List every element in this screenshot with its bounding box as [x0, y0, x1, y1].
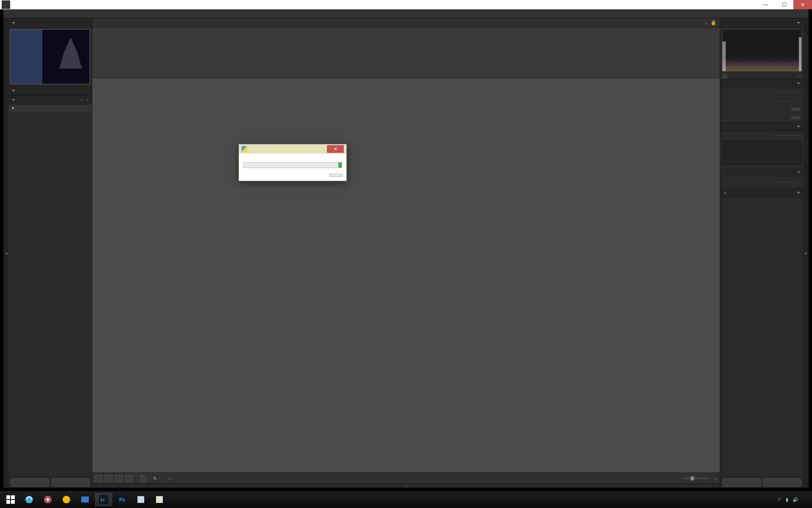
start-button[interactable] — [2, 493, 19, 506]
right-panel: ▢ — ▾ + — [720, 18, 804, 488]
compare-view-button[interactable] — [115, 475, 123, 482]
svg-text:Lr: Lr — [101, 497, 105, 502]
app-taskbar-icon-1[interactable] — [58, 493, 75, 506]
app-icon — [2, 0, 10, 9]
sort-controls[interactable]: ⇅ — [153, 476, 158, 480]
keyword-entry-area[interactable] — [723, 141, 801, 165]
catalog-header[interactable] — [8, 86, 92, 95]
menubar — [3, 9, 809, 18]
app-taskbar-icon-3[interactable] — [132, 493, 150, 506]
svg-point-8 — [63, 496, 70, 503]
keyword-tags-dropdown[interactable] — [771, 135, 800, 136]
volume-row[interactable]: ▾ — [8, 105, 92, 112]
windows-taskbar: Lr Ps ⚐ ▮ 🔊 — [0, 491, 812, 508]
metadata-preset-dropdown[interactable] — [724, 201, 745, 202]
keywording-header[interactable] — [720, 122, 804, 131]
saved-preset-dropdown[interactable] — [771, 91, 800, 93]
painter-tool-button[interactable] — [140, 475, 146, 482]
window-close-button[interactable]: ✕ — [793, 0, 812, 9]
window-titlebar: — ☐ ✕ — [0, 0, 812, 9]
svg-rect-2 — [6, 500, 10, 504]
toolbar-chevron[interactable]: ⌄ — [713, 475, 717, 481]
grid-toolbar: ⇅ ⌄ ⌄ — [92, 472, 720, 483]
filmstrip-handle[interactable]: ▲ — [92, 483, 720, 488]
dialog-progressbar — [243, 162, 342, 168]
left-scroll-dots: · · · · · · · — [8, 471, 92, 477]
svg-rect-9 — [81, 497, 89, 502]
survey-view-button[interactable] — [125, 475, 133, 482]
left-rail-handle[interactable]: ◀ — [3, 18, 8, 488]
lock-icon[interactable]: 🔒 — [710, 20, 716, 25]
svg-rect-1 — [11, 495, 15, 499]
thumbnail-size-slider[interactable] — [683, 478, 708, 479]
keyword-set-dropdown[interactable] — [771, 181, 800, 183]
sync-settings-button[interactable] — [763, 478, 801, 486]
svg-rect-0 — [6, 495, 10, 499]
lightroom-taskbar-icon[interactable]: Lr — [95, 493, 112, 506]
center-panel: ⌄ 🔒 ⇅ ⌄ — [92, 18, 720, 488]
sync-metadata-button[interactable] — [723, 478, 761, 486]
loupe-view-button[interactable] — [105, 475, 112, 482]
folders-header[interactable]: — + — [8, 95, 92, 105]
navigator-preview[interactable] — [10, 29, 90, 84]
svg-rect-14 — [137, 496, 144, 503]
ie-taskbar-icon[interactable] — [20, 493, 38, 506]
dialog-close-button[interactable]: ✕ — [327, 145, 344, 153]
thumbnail-grid[interactable] — [92, 78, 720, 472]
window-maximize-button[interactable]: ☐ — [775, 0, 793, 9]
tray-network-icon[interactable]: ▮ — [786, 497, 788, 502]
app-taskbar-icon-2[interactable] — [76, 493, 94, 506]
photoshop-taskbar-icon[interactable]: Ps — [113, 493, 131, 506]
app-taskbar-icon-4[interactable] — [151, 493, 168, 506]
system-tray[interactable]: ⚐ ▮ 🔊 — [777, 497, 810, 502]
histogram-chart[interactable] — [722, 29, 802, 72]
grid-view-button[interactable] — [95, 475, 102, 482]
tray-volume-icon[interactable]: 🔊 — [793, 497, 798, 502]
svg-point-7 — [47, 498, 49, 501]
window-minimize-button[interactable]: — — [756, 0, 775, 9]
auto-tone-button[interactable] — [791, 108, 800, 110]
quick-develop-header[interactable] — [720, 79, 804, 88]
keyword-list-header[interactable]: + — [720, 188, 804, 197]
export-button[interactable] — [52, 478, 90, 486]
svg-rect-15 — [156, 496, 163, 503]
histogram-header[interactable] — [720, 18, 804, 28]
metadata-filter-columns — [92, 28, 720, 78]
crash-dialog: ✕ — [239, 144, 347, 181]
svg-text:Ps: Ps — [119, 497, 125, 502]
navigator-header[interactable] — [8, 18, 92, 28]
left-panel: — + ▾ · · · · · · · — [8, 18, 92, 488]
reset-all-button[interactable] — [791, 116, 800, 119]
svg-rect-3 — [11, 500, 15, 504]
right-rail-handle[interactable]: ▶ — [804, 18, 809, 488]
lightroom-app: ◀ — + ▾ — [3, 9, 809, 488]
chrome-taskbar-icon[interactable] — [39, 493, 57, 506]
folders-tools[interactable]: — + — [80, 98, 88, 102]
dialog-app-icon — [241, 146, 247, 152]
import-button[interactable] — [11, 478, 49, 486]
tray-flag-icon[interactable]: ⚐ — [777, 497, 782, 502]
white-balance-dropdown[interactable] — [771, 100, 800, 102]
dialog-titlebar[interactable]: ✕ — [239, 144, 346, 154]
library-filter-bar: ⌄ 🔒 — [92, 18, 720, 28]
dialog-cancel-button[interactable] — [329, 174, 342, 177]
